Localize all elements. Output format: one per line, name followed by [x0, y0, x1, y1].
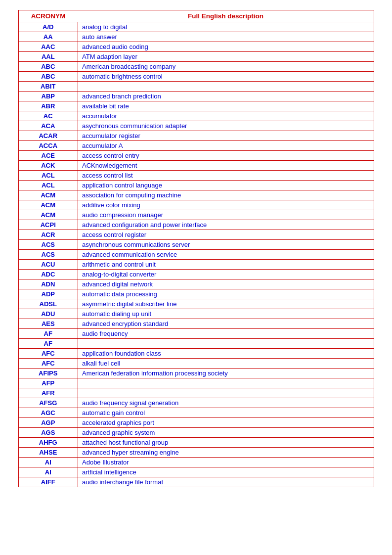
acronym-cell: ACL	[19, 181, 78, 190]
acronym-cell: AIFF	[19, 477, 78, 487]
description-cell: available bit rate	[78, 101, 374, 111]
table-row: ACSadvanced communication service	[19, 250, 374, 260]
acronym-cell: ACCA	[19, 141, 78, 151]
table-row: ACUarithmetic and control unit	[19, 260, 374, 270]
table-row: ACMaudio compression manager	[19, 210, 374, 220]
table-row: ACAasychronous communication adapter	[19, 121, 374, 131]
description-cell: ATM adaption layer	[78, 52, 374, 62]
table-row: AHSEadvanced hyper streaming engine	[19, 448, 374, 458]
description-cell: alkali fuel cell	[78, 359, 374, 369]
description-cell: advanced communication service	[78, 250, 374, 260]
table-row: ACMadditive color mixing	[19, 200, 374, 210]
acronym-cell: ACPI	[19, 220, 78, 230]
acronym-cell: AAC	[19, 42, 78, 52]
acronym-cell: AGP	[19, 418, 78, 428]
description-cell	[78, 339, 374, 349]
acronym-cell: ADP	[19, 289, 78, 299]
acronym-cell: ACK	[19, 161, 78, 171]
table-row: ADNadvanced digital network	[19, 279, 374, 289]
acronym-cell: ABP	[19, 92, 78, 101]
table-row: AALATM adaption layer	[19, 52, 374, 62]
description-cell: association for computing machine	[78, 190, 374, 200]
table-row: ABRavailable bit rate	[19, 101, 374, 111]
table-row: ABCAmerican broadcasting company	[19, 62, 374, 72]
table-row: ADUautomatic dialing up unit	[19, 309, 374, 319]
acronym-cell: AAL	[19, 52, 78, 62]
description-cell: advanced encryption standard	[78, 319, 374, 329]
description-cell: Adobe Illustrator	[78, 458, 374, 467]
description-cell: accumulator A	[78, 141, 374, 151]
description-cell: accumulator	[78, 111, 374, 121]
description-cell: attached host functional group	[78, 438, 374, 448]
table-row: AFIPSAmerican federation information pro…	[19, 369, 374, 378]
acronym-cell: ACM	[19, 200, 78, 210]
acronym-cell: ACM	[19, 190, 78, 200]
table-row: AF	[19, 339, 374, 349]
acronym-cell: ACR	[19, 230, 78, 240]
table-row: ABIT	[19, 82, 374, 92]
acronym-cell: ABR	[19, 101, 78, 111]
table-row: ACARaccumulator register	[19, 131, 374, 141]
description-cell	[78, 388, 374, 398]
acronym-cell: AI	[19, 467, 78, 477]
table-row: AAauto answer	[19, 32, 374, 42]
table-row: ACPIadvanced configuration and power int…	[19, 220, 374, 230]
description-cell: audio frequency signal generation	[78, 398, 374, 408]
acronym-cell: ACS	[19, 240, 78, 250]
table-row: AGPaccelerated graphics port	[19, 418, 374, 428]
table-row: ACKACKnowledgement	[19, 161, 374, 171]
description-cell: access control list	[78, 171, 374, 181]
acronym-cell: AFC	[19, 349, 78, 359]
description-cell: advanced digital network	[78, 279, 374, 289]
table-row: AFCalkali fuel cell	[19, 359, 374, 369]
description-cell: analog to digital	[78, 22, 374, 32]
description-cell: automatic brightness control	[78, 72, 374, 82]
acronym-cell: AFIPS	[19, 369, 78, 378]
description-cell: artficial intelligence	[78, 467, 374, 477]
table-row: AGCautomatic gain control	[19, 408, 374, 418]
acronym-cell: ADSL	[19, 299, 78, 309]
acronym-cell: ABIT	[19, 82, 78, 92]
table-row: ACSasynchronous communications server	[19, 240, 374, 250]
acronym-cell: ABC	[19, 72, 78, 82]
table-row: A/Danalog to digital	[19, 22, 374, 32]
acronym-cell: AA	[19, 32, 78, 42]
acronym-cell: ADN	[19, 279, 78, 289]
acronym-cell: ACL	[19, 171, 78, 181]
acronym-cell: ACA	[19, 121, 78, 131]
description-cell: advanced graphic system	[78, 428, 374, 438]
description-cell: access control entry	[78, 151, 374, 161]
acronym-cell: ACE	[19, 151, 78, 161]
table-row: ACRaccess control register	[19, 230, 374, 240]
acronym-cell: AFC	[19, 359, 78, 369]
acronym-cell: ADU	[19, 309, 78, 319]
acronym-cell: ABC	[19, 62, 78, 72]
table-row: ACEaccess control entry	[19, 151, 374, 161]
description-cell: application foundation class	[78, 349, 374, 359]
description-cell	[78, 378, 374, 388]
acronym-cell: AC	[19, 111, 78, 121]
table-row: AHFGattached host functional group	[19, 438, 374, 448]
description-cell: ACKnowledgement	[78, 161, 374, 171]
table-row: ABPadvanced branch prediction	[19, 92, 374, 101]
description-cell: asynchronous communications server	[78, 240, 374, 250]
description-cell: advanced configuration and power interfa…	[78, 220, 374, 230]
acronym-cell: AFP	[19, 378, 78, 388]
description-cell: application control language	[78, 181, 374, 190]
description-cell: accumulator register	[78, 131, 374, 141]
description-cell: asychronous communication adapter	[78, 121, 374, 131]
table-row: ACLaccess control list	[19, 171, 374, 181]
table-row: AIartficial intelligence	[19, 467, 374, 477]
table-row: AFR	[19, 388, 374, 398]
acronym-cell: AHSE	[19, 448, 78, 458]
acronym-cell: AI	[19, 458, 78, 467]
acronym-cell: AGC	[19, 408, 78, 418]
table-row: ACaccumulator	[19, 111, 374, 121]
acronym-cell: AFSG	[19, 398, 78, 408]
description-cell: auto answer	[78, 32, 374, 42]
description-cell: automatic gain control	[78, 408, 374, 418]
description-cell: access control register	[78, 230, 374, 240]
description-cell: audio compression manager	[78, 210, 374, 220]
acronym-table: ACRONYM Full English description A/Danal…	[18, 10, 374, 487]
table-row: ADPautomatic data processing	[19, 289, 374, 299]
